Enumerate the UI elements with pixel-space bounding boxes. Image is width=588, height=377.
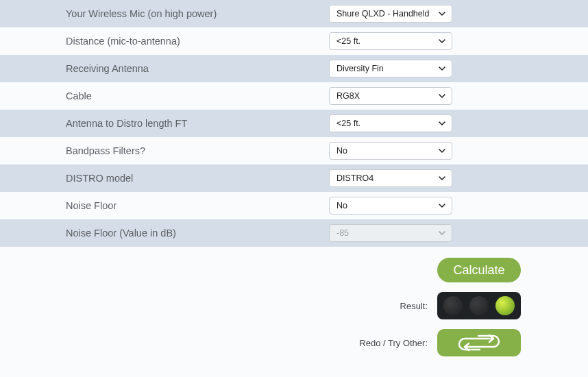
label-noise-floor-db: Noise Floor (Value in dB) [0,228,329,239]
traffic-light-result [437,292,521,319]
select-wireless-mic[interactable]: Shure QLXD - Handheld [329,5,452,23]
form-row-receiving-antenna: Receiving AntennaDiversity Fin [0,55,588,82]
chevron-down-icon [438,174,446,182]
select-value-noise-floor: No [336,201,347,210]
form-row-cable: CableRG8X [0,82,588,110]
calculate-button[interactable]: Calculate [437,258,521,282]
form-row-noise-floor-db: Noise Floor (Value in dB)-85 [0,219,588,247]
select-noise-floor[interactable]: No [329,197,452,215]
redo-icon [452,332,506,353]
select-receiving-antenna[interactable]: Diversity Fin [329,60,452,77]
label-bandpass-filters: Bandpass Filters? [0,145,329,156]
chevron-down-icon [438,202,446,210]
traffic-dot-green [495,296,515,315]
footer: Calculate Result: Redo / Try Other: [0,247,588,366]
form-row-distro-model: DISTRO modelDISTRO4 [0,165,588,192]
label-distance: Distance (mic-to-antenna) [0,36,329,47]
traffic-dot-red [443,296,463,315]
result-line: Result: [400,292,521,319]
redo-button[interactable] [437,329,521,356]
chevron-down-icon [438,119,446,127]
chevron-down-icon [438,37,446,45]
select-distance[interactable]: <25 ft. [329,32,452,50]
label-noise-floor: Noise Floor [0,200,329,211]
label-receiving-antenna: Receiving Antenna [0,63,329,74]
chevron-down-icon [438,92,446,100]
form-row-distance: Distance (mic-to-antenna)<25 ft. [0,27,588,55]
result-label: Result: [400,301,428,311]
form-container: Your Wireless Mic (on high power)Shure Q… [0,0,588,366]
select-value-distro-model: DISTRO4 [336,173,373,183]
chevron-down-icon [438,147,446,155]
label-antenna-distro-length: Antenna to Distro length FT [0,118,329,129]
label-wireless-mic: Your Wireless Mic (on high power) [0,8,329,19]
form-row-noise-floor: Noise FloorNo [0,192,588,219]
select-cable[interactable]: RG8X [329,87,452,105]
chevron-down-icon [438,10,446,18]
select-bandpass-filters[interactable]: No [329,142,452,160]
select-distro-model[interactable]: DISTRO4 [329,169,452,187]
select-noise-floor-db: -85 [329,224,452,242]
select-value-bandpass-filters: No [336,146,347,156]
select-antenna-distro-length[interactable]: <25 ft. [329,114,452,132]
select-value-distance: <25 ft. [336,36,360,46]
chevron-down-icon [438,64,446,73]
label-cable: Cable [0,90,329,101]
traffic-dot-yellow [469,296,489,315]
redo-line: Redo / Try Other: [359,329,521,356]
form-row-wireless-mic: Your Wireless Mic (on high power)Shure Q… [0,0,588,27]
form-row-bandpass-filters: Bandpass Filters?No [0,137,588,165]
select-value-receiving-antenna: Diversity Fin [336,64,384,73]
select-value-cable: RG8X [336,91,360,101]
select-value-noise-floor-db: -85 [336,228,349,238]
select-value-antenna-distro-length: <25 ft. [336,119,360,128]
form-row-antenna-distro-length: Antenna to Distro length FT<25 ft. [0,110,588,137]
redo-label: Redo / Try Other: [359,338,428,348]
label-distro-model: DISTRO model [0,173,329,184]
select-value-wireless-mic: Shure QLXD - Handheld [336,9,430,19]
chevron-down-icon [438,229,446,237]
